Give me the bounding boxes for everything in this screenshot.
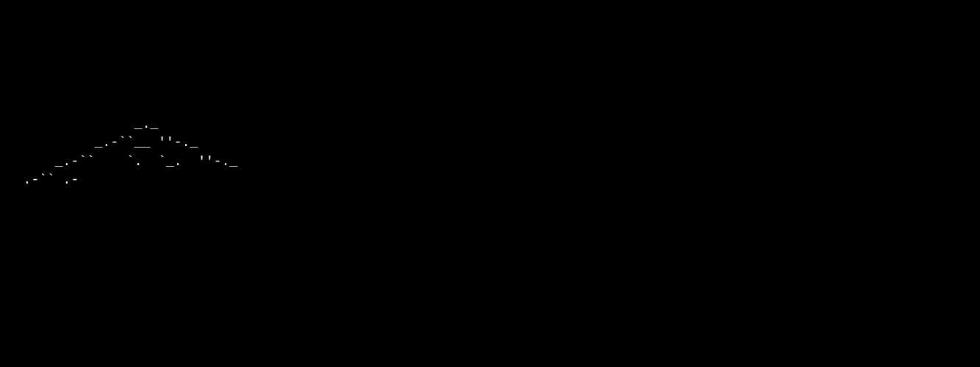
redis-ascii-logo: _._ _.-``__ ''-._ _.-`` `. `_. ''-._ .-`… [7,115,973,189]
